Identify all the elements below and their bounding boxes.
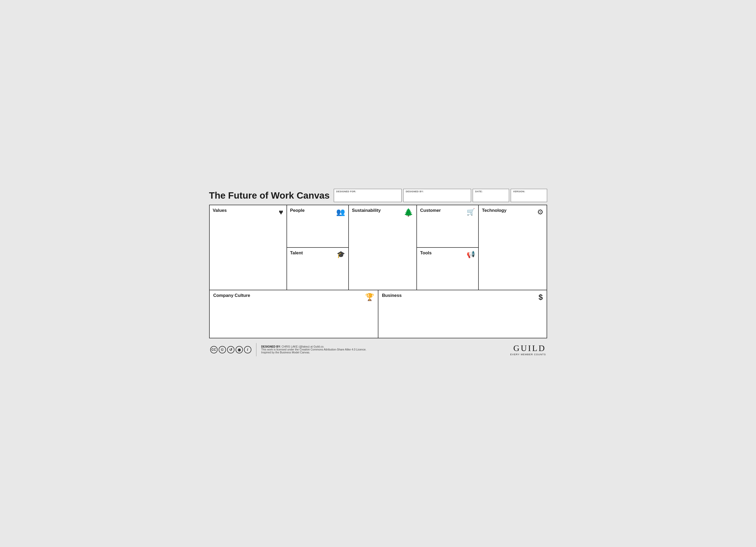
people-cell: People 👥: [287, 205, 348, 248]
designed-for-label: DESIGNED FOR:: [336, 190, 399, 193]
cc-icon-info: i: [244, 346, 251, 353]
customer-icon: 🛒: [467, 208, 475, 216]
page-title: The Future of Work Canvas: [209, 190, 330, 201]
footer-license-line1: This work is licensed under the Creative…: [261, 348, 367, 351]
customer-column: Customer 🛒 Tools 📢: [417, 205, 479, 290]
designed-by-label: DESIGNED BY:: [406, 190, 469, 193]
bottom-grid: Company Culture 🏆 Business $: [210, 290, 547, 338]
version-field[interactable]: VERSION:: [511, 189, 547, 202]
talent-cell: Talent 🎓: [287, 248, 348, 290]
values-icon: ♥: [279, 208, 283, 217]
top-grid: Values ♥ People 👥 Talent 🎓 Sustainabilit…: [210, 205, 547, 290]
designed-for-field[interactable]: DESIGNED FOR:: [334, 189, 402, 202]
footer-left: CC © ↺ ◉ i DESIGNED BY: CHRIS LAKE (@lak…: [210, 343, 367, 356]
technology-icon: ⚙: [537, 208, 543, 216]
people-label: People: [290, 208, 305, 213]
values-label: Values: [213, 208, 227, 213]
footer-designed-by-value: CHRIS LAKE (@lakey) at Guild.co.: [281, 345, 324, 348]
version-label: VERSION:: [513, 190, 545, 193]
date-field[interactable]: DATE:: [473, 189, 509, 202]
company-culture-cell: Company Culture 🏆: [210, 290, 378, 338]
cc-icon-nd: ◉: [236, 346, 243, 353]
customer-label: Customer: [420, 208, 441, 213]
footer-designed-by-label: DESIGNED BY:: [261, 345, 281, 348]
business-icon: $: [538, 293, 543, 302]
guild-logo: GUILD EVERY MEMBER COUNTS: [510, 343, 546, 356]
header-row: The Future of Work Canvas DESIGNED FOR: …: [209, 189, 547, 202]
footer-divider: [256, 343, 257, 356]
people-column: People 👥 Talent 🎓: [287, 205, 349, 290]
header-fields: DESIGNED FOR: DESIGNED BY: DATE: VERSION…: [334, 189, 547, 202]
tools-cell: Tools 📢: [417, 248, 478, 290]
guild-tagline: EVERY MEMBER COUNTS: [510, 353, 546, 356]
company-culture-label: Company Culture: [213, 293, 250, 298]
technology-label: Technology: [482, 208, 506, 213]
business-label: Business: [382, 293, 402, 298]
customer-cell: Customer 🛒: [417, 205, 478, 248]
technology-cell: Technology ⚙: [479, 205, 546, 290]
cc-icon-sa: ↺: [227, 346, 234, 353]
cc-icon-cc: CC: [210, 346, 218, 353]
values-cell: Values ♥: [210, 205, 287, 290]
sustainability-label: Sustainability: [352, 208, 381, 213]
cc-icons: CC © ↺ ◉ i: [210, 346, 251, 353]
guild-name: GUILD: [510, 343, 546, 353]
canvas: Values ♥ People 👥 Talent 🎓 Sustainabilit…: [209, 205, 547, 338]
date-label: DATE:: [475, 190, 507, 193]
tools-icon: 📢: [467, 250, 475, 258]
sustainability-icon: 🌲: [404, 208, 413, 217]
designed-by-field[interactable]: DESIGNED BY:: [403, 189, 471, 202]
page-wrapper: The Future of Work Canvas DESIGNED FOR: …: [209, 189, 547, 358]
business-cell: Business $: [378, 290, 547, 338]
talent-label: Talent: [290, 250, 303, 255]
footer: CC © ↺ ◉ i DESIGNED BY: CHRIS LAKE (@lak…: [209, 341, 547, 358]
footer-license-line2: Inspired by the Business Model Canvas.: [261, 351, 367, 354]
talent-icon: 🎓: [337, 250, 345, 258]
people-icon: 👥: [336, 208, 345, 216]
footer-text: DESIGNED BY: CHRIS LAKE (@lakey) at Guil…: [261, 345, 367, 354]
company-culture-icon: 🏆: [365, 293, 374, 301]
sustainability-cell: Sustainability 🌲: [349, 205, 417, 290]
cc-icon-by: ©: [219, 346, 226, 353]
tools-label: Tools: [420, 250, 432, 255]
